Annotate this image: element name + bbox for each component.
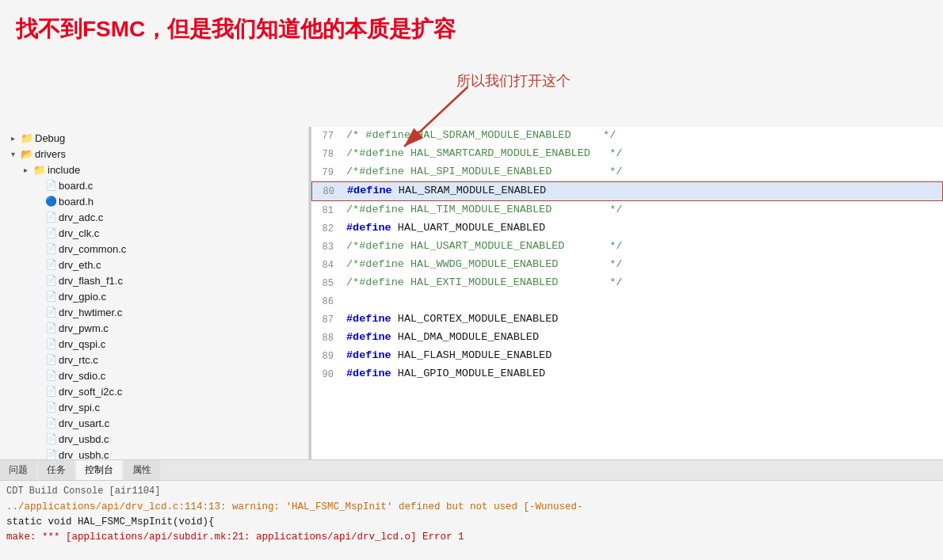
code-line-89[interactable]: 89#define HAL_FLASH_MODULE_ENABLED [311,347,943,365]
line-content [342,292,346,310]
main-layout: ▸📁Debug▾📂drivers▸📁include📄board.c🔵board.… [0,127,943,560]
file-icon: 📄 [44,290,57,303]
tree-item-drv_spi[interactable]: 📄drv_spi.c [0,399,308,415]
tree-item-drv_usart[interactable]: 📄drv_usart.c [0,415,308,431]
tree-label: drv_soft_i2c.c [59,386,122,398]
tree-item-drv_gpio[interactable]: 📄drv_gpio.c [0,288,308,304]
tree-item-drv_usbh[interactable]: 📄drv_usbh.c [0,447,308,459]
folder-icon: 📁 [21,131,33,144]
line-number: 89 [311,347,342,365]
code-line-90[interactable]: 90#define HAL_GPIO_MODULE_ENABLED [311,365,943,383]
code-line-77[interactable]: 77/* #define HAL_SDRAM_MODULE_ENABLED */ [311,127,943,145]
file-icon: 📄 [44,401,57,413]
code-line-83[interactable]: 83/*#define HAL_USART_MODULE_ENABLED */ [311,238,943,256]
code-line-86[interactable]: 86 [311,292,943,310]
line-content: /*#define HAL_WWDG_MODULE_ENABLED */ [342,256,622,274]
code-line-82[interactable]: 82#define HAL_UART_MODULE_ENABLED [311,219,943,238]
code-line-80[interactable]: 80#define HAL_SRAM_MODULE_ENABLED [311,181,943,201]
line-number: 83 [311,238,342,256]
line-number: 90 [311,365,342,383]
tree-label: drv_usbd.c [59,433,109,445]
keyword-define: #define [346,368,391,379]
tree-label: drv_gpio.c [59,291,106,303]
code-line-88[interactable]: 88#define HAL_DMA_MODULE_ENABLED [311,329,943,347]
console-line: static void HAL_FSMC_MspInit(void){ [6,515,937,530]
content-area: ▸📁Debug▾📂drivers▸📁include📄board.c🔵board.… [0,127,943,459]
code-line-84[interactable]: 84/*#define HAL_WWDG_MODULE_ENABLED */ [311,256,943,274]
tree-item-drv_soft_i2c[interactable]: 📄drv_soft_i2c.c [0,383,308,399]
tree-item-include[interactable]: ▸📁include [0,162,308,177]
tree-item-drv_common[interactable]: 📄drv_common.c [0,241,308,257]
console-line: make: *** [applications/api/subdir.mk:21… [6,530,937,545]
tree-item-drv_sdio[interactable]: 📄drv_sdio.c [0,368,308,383]
file-icon: 📄 [44,211,57,223]
tree-item-drv_eth[interactable]: 📄drv_eth.c [0,257,308,272]
file-icon: 📄 [44,448,57,459]
file-icon: 📄 [44,258,57,271]
line-number: 84 [311,256,342,274]
code-line-87[interactable]: 87#define HAL_CORTEX_MODULE_ENABLED [311,310,943,329]
line-content: #define HAL_CORTEX_MODULE_ENABLED [342,310,558,329]
code-line-78[interactable]: 78/*#define HAL_SMARTCARD_MODULE_ENABLED… [311,145,943,163]
tree-item-drv_adc[interactable]: 📄drv_adc.c [0,209,308,225]
tree-label: drv_flash_f1.c [59,275,123,287]
bottom-panel: 问题任务控制台属性 CDT Build Console [air1104] ..… [0,459,943,560]
tree-label: drv_adc.c [59,211,103,223]
page-title: 找不到FSMC，但是我们知道他的本质是扩容 [16,14,456,44]
line-number: 79 [311,163,342,181]
tree-item-drv_clk[interactable]: 📄drv_clk.c [0,225,308,241]
line-number: 82 [311,219,342,238]
file-icon: 📄 [44,417,57,429]
console-content: CDT Build Console [air1104] ../applicati… [0,481,943,547]
file-tree: ▸📁Debug▾📂drivers▸📁include📄board.c🔵board.… [0,127,309,459]
line-content: /*#define HAL_EXTI_MODULE_ENABLED */ [342,274,622,292]
tree-label: drivers [35,148,66,160]
tree-item-board_h[interactable]: 🔵board.h [0,193,308,209]
tree-label: drv_rtc.c [59,354,98,366]
code-line-85[interactable]: 85/*#define HAL_EXTI_MODULE_ENABLED */ [311,274,943,292]
tab-properties[interactable]: 属性 [124,460,160,480]
console-title: CDT Build Console [air1104] [6,484,937,498]
tree-item-drv_usbd[interactable]: 📄drv_usbd.c [0,431,308,447]
tree-item-drv_rtc[interactable]: 📄drv_rtc.c [0,352,308,368]
tab-problems[interactable]: 问题 [0,460,36,480]
annotation-text: 所以我们打开这个 [456,71,571,90]
line-content: /* #define HAL_SDRAM_MODULE_ENABLED */ [342,127,616,145]
tab-tasks[interactable]: 任务 [38,460,74,480]
file-icon: 📄 [44,306,57,318]
tree-item-board_c[interactable]: 📄board.c [0,177,308,193]
line-number: 80 [312,182,342,200]
keyword-define: #define [346,222,391,234]
chevron-icon: ▸ [6,131,19,144]
tree-item-drv_flash_f1[interactable]: 📄drv_flash_f1.c [0,272,308,288]
file-icon: 📄 [44,322,57,334]
tab-console[interactable]: 控制台 [76,460,122,480]
chevron-icon: ▾ [6,147,19,160]
tree-item-drivers[interactable]: ▾📂drivers [0,146,308,162]
tree-item-drv_hwtimer[interactable]: 📄drv_hwtimer.c [0,304,308,320]
line-number: 87 [311,310,342,329]
bottom-tabs: 问题任务控制台属性 [0,460,943,481]
keyword-define: #define [346,331,391,343]
file-icon: 📄 [44,369,57,382]
code-line-81[interactable]: 81/*#define HAL_TIM_MODULE_ENABLED */ [311,201,943,219]
line-number: 77 [311,127,342,145]
file-icon: 🔵 [44,195,57,208]
code-editor[interactable]: 77/* #define HAL_SDRAM_MODULE_ENABLED */… [309,127,943,459]
code-line-79[interactable]: 79/*#define HAL_SPI_MODULE_ENABLED */ [311,163,943,181]
line-content: /*#define HAL_SMARTCARD_MODULE_ENABLED *… [342,145,622,163]
tree-item-debug[interactable]: ▸📁Debug [0,130,308,146]
file-icon: 📄 [44,179,57,192]
tree-label: drv_common.c [59,243,126,255]
file-icon: 📄 [44,227,57,239]
line-content: #define HAL_FLASH_MODULE_ENABLED [342,347,552,365]
tree-label: drv_pwm.c [59,322,109,334]
file-icon: 📄 [44,385,57,398]
file-icon: 📄 [44,432,57,445]
tree-label: drv_usart.c [59,417,109,429]
tree-label: drv_qspi.c [59,338,105,350]
tree-item-drv_pwm[interactable]: 📄drv_pwm.c [0,320,308,336]
line-content: #define HAL_GPIO_MODULE_ENABLED [342,365,545,383]
tree-item-drv_qspi[interactable]: 📄drv_qspi.c [0,336,308,352]
line-content: #define HAL_UART_MODULE_ENABLED [342,219,545,238]
